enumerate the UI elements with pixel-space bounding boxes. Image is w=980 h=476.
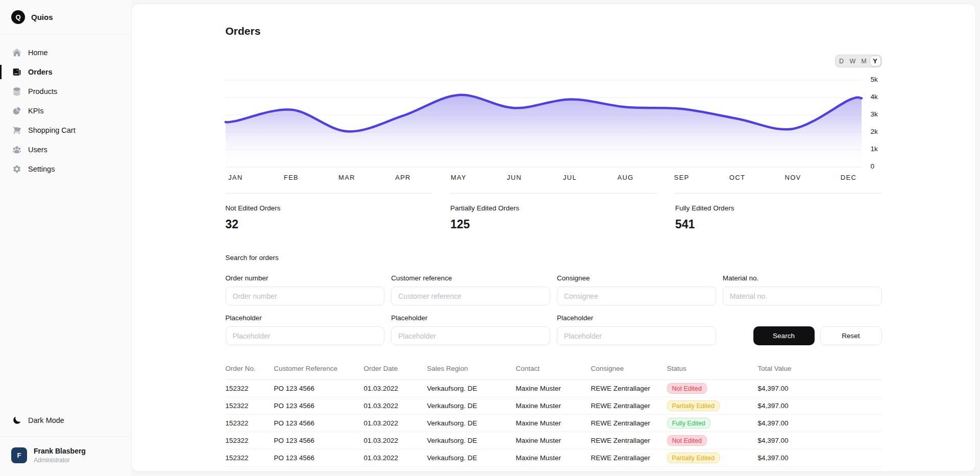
field-consignee: Consignee (557, 274, 716, 305)
column-header: Order Date (364, 365, 427, 372)
x-axis-tick: SEP (674, 174, 690, 181)
field-customer-reference: Customer reference (391, 274, 550, 305)
field-label: Consignee (557, 274, 716, 282)
order-number-input[interactable] (226, 287, 385, 305)
table-header-row: Order No. Customer Reference Order Date … (226, 365, 882, 380)
column-header: Order No. (226, 365, 274, 372)
sidebar-item-kpis[interactable]: KPIs (0, 101, 131, 121)
placeholder-input-3[interactable] (557, 326, 716, 345)
field-placeholder-1: Placeholder (226, 314, 385, 345)
cell-customer-reference: PO 123 4566 (274, 437, 364, 444)
sidebar-item-home[interactable]: Home (0, 43, 131, 62)
cell-consignee: REWE Zentrallager (591, 402, 667, 410)
sidebar-item-label: Shopping Cart (28, 126, 76, 134)
table-row[interactable]: 152322 PO 123 4566 01.03.2022 Verkaufsor… (226, 432, 882, 449)
sidebar-item-label: Products (28, 87, 57, 96)
x-axis-tick: MAY (451, 174, 467, 181)
form-actions: Search Reset (723, 314, 882, 345)
field-placeholder-3: Placeholder (557, 314, 716, 345)
sidebar-item-shopping-cart[interactable]: Shopping Cart (0, 121, 131, 140)
shopping-cart-icon (12, 126, 21, 135)
table-row[interactable]: 152322 PO 123 4566 01.03.2022 Verkaufsor… (226, 397, 882, 415)
stat-value: 32 (226, 218, 432, 231)
consignee-input[interactable] (557, 287, 716, 305)
users-icon (12, 145, 21, 154)
stat-fully-edited-orders: Fully Edited Orders 541 (675, 193, 882, 231)
field-label: Customer reference (391, 274, 550, 282)
cell-customer-reference: PO 123 4566 (274, 454, 364, 462)
cell-order-date: 01.03.2022 (364, 402, 427, 410)
x-axis-labels: JAN FEB MAR APR MAY JUN JUL AUG SEP OCT … (226, 174, 862, 182)
sidebar-item-products[interactable]: Products (0, 82, 131, 101)
cell-total-value: $4,397.00 (758, 402, 882, 410)
cell-sales-region: Verkaufsorg. DE (427, 419, 516, 427)
search-form: Order number Customer reference Consigne… (226, 274, 882, 345)
range-option-month[interactable]: M (859, 56, 870, 66)
user-profile[interactable]: F Frank Blasberg Administrator (0, 437, 131, 476)
stat-label: Fully Edited Orders (675, 204, 882, 212)
cell-total-value: $4,397.00 (758, 419, 882, 427)
status-badge: Partially Edited (667, 400, 720, 411)
x-axis-tick: JUL (563, 174, 577, 181)
status-badge: Not Edited (667, 383, 707, 394)
quios-logo-icon: Q (11, 10, 25, 24)
cell-sales-region: Verkaufsorg. DE (427, 385, 516, 392)
sidebar-item-label: KPIs (28, 107, 44, 115)
range-option-week[interactable]: W (847, 56, 859, 66)
main-area: Orders D W M Y (131, 0, 980, 476)
cell-order-date: 01.03.2022 (364, 437, 427, 444)
content-card: Orders D W M Y (131, 4, 976, 472)
cell-consignee: REWE Zentrallager (591, 385, 667, 392)
reset-button[interactable]: Reset (820, 326, 882, 345)
x-axis-tick: FEB (284, 174, 299, 181)
status-badge: Not Edited (667, 435, 707, 446)
x-axis-tick: JAN (228, 174, 242, 181)
range-option-day[interactable]: D (836, 56, 847, 66)
sidebar-item-label: Orders (28, 68, 53, 76)
x-axis-tick: MAR (338, 174, 355, 181)
y-axis-tick: 1k (871, 145, 878, 153)
range-option-year[interactable]: Y (870, 56, 881, 66)
search-button[interactable]: Search (753, 326, 815, 345)
column-header: Customer Reference (274, 365, 364, 372)
user-role: Administrator (34, 457, 86, 464)
table-row[interactable]: 152322 PO 123 4566 01.03.2022 Verkaufsor… (226, 415, 882, 432)
products-icon (12, 87, 21, 96)
column-header: Sales Region (427, 365, 516, 372)
customer-reference-input[interactable] (391, 287, 550, 305)
field-label: Placeholder (391, 314, 550, 322)
cell-total-value: $4,397.00 (758, 437, 882, 444)
sidebar-item-label: Home (28, 49, 48, 57)
material-no-input[interactable] (723, 287, 882, 305)
x-axis-tick: APR (395, 174, 411, 181)
orders-area-chart: 5k 4k 3k 2k 1k 0 (226, 80, 882, 167)
placeholder-input-1[interactable] (226, 326, 385, 345)
cell-contact: Maxine Muster (516, 437, 591, 444)
table-body: 152322 PO 123 4566 01.03.2022 Verkaufsor… (226, 380, 882, 467)
page-title: Orders (226, 25, 882, 37)
cell-sales-region: Verkaufsorg. DE (427, 454, 516, 462)
column-header: Status (667, 365, 758, 372)
cell-sales-region: Verkaufsorg. DE (427, 437, 516, 444)
dark-mode-toggle[interactable]: Dark Mode (0, 411, 131, 430)
sidebar-item-orders[interactable]: Orders (0, 62, 131, 82)
y-axis-tick: 5k (871, 76, 878, 83)
sidebar-item-users[interactable]: Users (0, 140, 131, 159)
field-label: Material no. (723, 274, 882, 282)
brand-name: Quios (31, 13, 53, 21)
cell-order-date: 01.03.2022 (364, 419, 427, 427)
column-header: Consignee (591, 365, 667, 372)
x-axis-tick: NOV (785, 174, 801, 181)
table-row[interactable]: 152322 PO 123 4566 01.03.2022 Verkaufsor… (226, 449, 882, 467)
field-order-number: Order number (226, 274, 385, 305)
cell-total-value: $4,397.00 (758, 454, 882, 462)
column-header: Contact (516, 365, 591, 372)
cell-contact: Maxine Muster (516, 402, 591, 410)
orders-icon (12, 67, 21, 77)
cell-customer-reference: PO 123 4566 (274, 385, 364, 392)
placeholder-input-2[interactable] (391, 326, 550, 345)
cell-contact: Maxine Muster (516, 385, 591, 392)
settings-gear-icon (12, 164, 21, 174)
table-row[interactable]: 152322 PO 123 4566 01.03.2022 Verkaufsor… (226, 380, 882, 397)
sidebar-item-settings[interactable]: Settings (0, 159, 131, 179)
